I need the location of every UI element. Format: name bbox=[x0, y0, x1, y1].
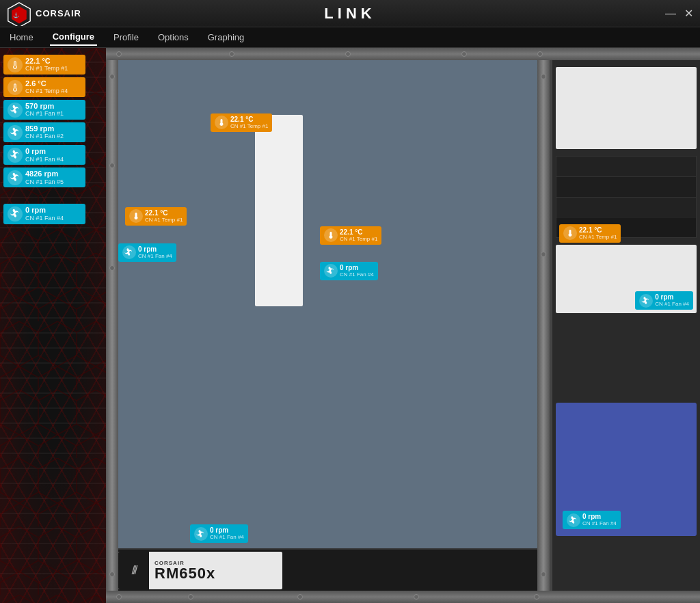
screw bbox=[414, 594, 419, 600]
case-sensor-temp1[interactable]: 22.1 °C CN #1 Temp #1 bbox=[211, 113, 272, 132]
center-drive-bay bbox=[255, 115, 303, 306]
sensor5-label: CN #1 Fan #4 bbox=[25, 157, 64, 163]
case-fan4-label: CN #1 Fan #4 bbox=[582, 521, 617, 527]
case-sensor2-label: CN #1 Temp #1 bbox=[145, 217, 183, 224]
minimize-button[interactable]: — bbox=[665, 8, 676, 19]
case-psu-fan-label: CN #1 Fan #4 bbox=[210, 535, 244, 541]
sensor6-label: CN #1 Fan #5 bbox=[25, 179, 64, 186]
fan-icon-psu bbox=[194, 527, 208, 541]
component-white-mid: 0 rpm CN #1 Fan #4 bbox=[556, 245, 697, 313]
menu-bar: Home Configure Profile Options Graphing bbox=[0, 27, 700, 48]
window-controls: — ✕ bbox=[665, 8, 693, 19]
sidebar-sensor-temp1[interactable]: 22.1 °C CN #1 Temp #1 bbox=[3, 55, 85, 75]
hdd-slot-2 bbox=[556, 177, 696, 198]
thermometer-icon bbox=[8, 57, 23, 72]
sidebar-sensor-fan1[interactable]: 570 rpm CN #1 Fan #1 bbox=[3, 100, 85, 120]
psu-unit[interactable]: /// CORSAIR RM650x bbox=[118, 552, 282, 589]
case-sensor-temp4[interactable]: 22.1 °C CN #1 Temp #1 bbox=[559, 224, 621, 243]
gpu-component: 0 rpm CN #1 Fan #4 bbox=[556, 403, 697, 536]
case-psu-fan-info: 0 rpm CN #1 Fan #4 bbox=[210, 526, 244, 541]
screw bbox=[229, 51, 234, 57]
screw bbox=[461, 51, 467, 57]
sensor3-info: 570 rpm CN #1 Fan #1 bbox=[25, 102, 64, 118]
thermometer-icon-case3 bbox=[324, 228, 338, 242]
hdd-slot-3 bbox=[556, 198, 696, 218]
case-fan1-label: CN #1 Fan #4 bbox=[138, 254, 172, 260]
sensor7-label: CN #1 Fan #4 bbox=[25, 215, 64, 222]
sidebar-sensor-fan4[interactable]: 4826 rpm CN #1 Fan #5 bbox=[3, 168, 85, 187]
screw bbox=[188, 594, 193, 600]
case-interior: /// CORSAIR RM650x 22.1 °C CN #1 Temp #1 bbox=[118, 60, 537, 591]
sensor6-info: 4826 rpm CN #1 Fan #5 bbox=[25, 170, 64, 185]
screw bbox=[116, 51, 122, 57]
sidebar-sensor-fan2[interactable]: 859 rpm CN #1 Fan #2 bbox=[3, 122, 85, 142]
sidebar-sensor-fan3[interactable]: 0 rpm CN #1 Fan #4 bbox=[3, 145, 85, 165]
fan-icon-case2 bbox=[324, 264, 338, 278]
app-title: LINK bbox=[324, 5, 375, 23]
sidebar-sensor-fan5[interactable]: 0 rpm CN #1 Fan #4 bbox=[3, 204, 85, 224]
case-sensor-fan1-info: 0 rpm CN #1 Fan #4 bbox=[138, 245, 172, 260]
case-fan2-info: 0 rpm CN #1 Fan #4 bbox=[340, 264, 374, 278]
case-sensor-fan2[interactable]: 0 rpm CN #1 Fan #4 bbox=[320, 262, 378, 280]
screw bbox=[541, 252, 546, 257]
thermometer-icon-2 bbox=[8, 80, 23, 95]
psu-logo-area: /// bbox=[118, 552, 149, 589]
fan-icon-right1 bbox=[639, 294, 653, 308]
fan-icon-2 bbox=[8, 125, 23, 140]
case-area: /// CORSAIR RM650x 22.1 °C CN #1 Temp #1 bbox=[106, 48, 700, 603]
sensor2-info: 2.6 °C CN #1 Temp #4 bbox=[25, 79, 68, 95]
corsair-logo-text: CORSAIR bbox=[36, 8, 81, 18]
case-sensor2-info: 22.1 °C CN #1 Temp #1 bbox=[145, 209, 183, 224]
fan-icon-5 bbox=[8, 206, 23, 222]
screw bbox=[297, 594, 303, 600]
case-sensor3-info: 22.1 °C CN #1 Temp #1 bbox=[340, 228, 377, 243]
screw bbox=[109, 163, 115, 168]
sensor4-label: CN #1 Fan #2 bbox=[25, 133, 64, 140]
case-fan4-info: 0 rpm CN #1 Fan #4 bbox=[582, 513, 617, 527]
case-sensor-fan3[interactable]: 0 rpm CN #1 Fan #4 bbox=[635, 291, 693, 310]
sensor7-value: 0 rpm bbox=[25, 206, 64, 215]
rail-right bbox=[537, 60, 550, 591]
case-sensor4-label: CN #1 Temp #1 bbox=[579, 234, 617, 241]
sidebar-sensors: 22.1 °C CN #1 Temp #1 2.6 °C CN #1 Temp … bbox=[3, 55, 85, 224]
rail-left bbox=[106, 60, 118, 591]
sensor3-label: CN #1 Fan #1 bbox=[25, 111, 64, 118]
case-sensor-temp3[interactable]: 22.1 °C CN #1 Temp #1 bbox=[320, 226, 381, 245]
optical-drive-top bbox=[556, 67, 697, 149]
sensor1-info: 22.1 °C CN #1 Temp #1 bbox=[25, 57, 68, 72]
case-fan2-label: CN #1 Fan #4 bbox=[340, 272, 374, 278]
menu-item-profile[interactable]: Profile bbox=[111, 29, 142, 45]
case-sensor-fan4[interactable]: 0 rpm CN #1 Fan #4 bbox=[563, 511, 621, 529]
case-sensor4-info: 22.1 °C CN #1 Temp #1 bbox=[579, 226, 617, 241]
fan-icon-case1 bbox=[122, 245, 136, 259]
sidebar-sensor-temp2[interactable]: 2.6 °C CN #1 Temp #4 bbox=[3, 77, 85, 97]
case-sensor1-label: CN #1 Temp #1 bbox=[230, 124, 268, 130]
rail-top bbox=[106, 48, 700, 60]
case-sensor-temp2[interactable]: 22.1 °C CN #1 Temp #1 bbox=[125, 207, 187, 226]
psu-stripes: /// bbox=[131, 563, 135, 578]
close-button[interactable]: ✕ bbox=[684, 8, 693, 19]
main-content: 22.1 °C CN #1 Temp #1 2.6 °C CN #1 Temp … bbox=[0, 48, 700, 603]
sensor2-label: CN #1 Temp #4 bbox=[25, 88, 68, 95]
menu-item-configure[interactable]: Configure bbox=[50, 29, 97, 46]
case-fan3-info: 0 rpm CN #1 Fan #4 bbox=[655, 293, 689, 308]
case-sensor-psu-fan[interactable]: 0 rpm CN #1 Fan #4 bbox=[190, 524, 248, 543]
screw bbox=[537, 51, 543, 57]
sensor5-value: 0 rpm bbox=[25, 147, 64, 156]
sensor7-info: 0 rpm CN #1 Fan #4 bbox=[25, 206, 64, 222]
case-sensor-fan1[interactable]: 0 rpm CN #1 Fan #4 bbox=[118, 243, 176, 262]
right-panel: 0 rpm CN #1 Fan #4 0 rpm CN #1 Fan #4 bbox=[550, 60, 700, 591]
sensor4-info: 859 rpm CN #1 Fan #2 bbox=[25, 124, 64, 140]
menu-item-graphing[interactable]: Graphing bbox=[205, 29, 247, 45]
case-fan3-label: CN #1 Fan #4 bbox=[655, 302, 689, 308]
app-logo: ⚓ CORSAIR bbox=[7, 1, 81, 26]
menu-item-home[interactable]: Home bbox=[7, 29, 36, 45]
fan-icon-gpu bbox=[567, 513, 580, 527]
rail-bottom bbox=[106, 591, 700, 603]
title-bar: ⚓ CORSAIR LINK — ✕ bbox=[0, 0, 700, 27]
sensor5-info: 0 rpm CN #1 Fan #4 bbox=[25, 147, 64, 163]
psu-area: /// CORSAIR RM650x bbox=[118, 548, 537, 591]
menu-item-options[interactable]: Options bbox=[155, 29, 191, 45]
thermometer-icon-case1 bbox=[215, 116, 228, 129]
psu-model: RM650x bbox=[154, 566, 215, 581]
